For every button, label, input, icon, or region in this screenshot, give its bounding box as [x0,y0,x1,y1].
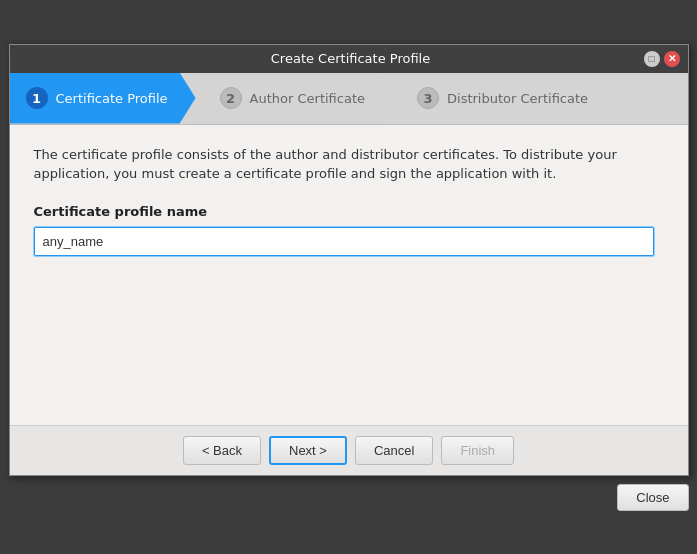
step-1-label: Certificate Profile [56,91,168,106]
close-window-button[interactable]: ✕ [664,51,680,67]
outer-close-button[interactable]: Close [617,484,688,511]
step-1: 1 Certificate Profile [10,73,196,124]
description-text: The certificate profile consists of the … [34,145,664,184]
step-2: 2 Author Certificate [196,73,393,124]
step-3: 3 Distributor Certificate [393,73,687,124]
title-bar: Create Certificate Profile □ ✕ [10,45,688,73]
step-3-number: 3 [417,87,439,109]
maximize-button[interactable]: □ [644,51,660,67]
content-area: The certificate profile consists of the … [10,125,688,425]
dialog: Create Certificate Profile □ ✕ 1 Certifi… [9,44,689,476]
dialog-title: Create Certificate Profile [58,51,644,66]
step-bar: 1 Certificate Profile 2 Author Certifica… [10,73,688,125]
step-3-label: Distributor Certificate [447,91,588,106]
step-2-label: Author Certificate [250,91,365,106]
cancel-button[interactable]: Cancel [355,436,433,465]
bottom-bar: < Back Next > Cancel Finish [10,425,688,475]
back-button[interactable]: < Back [183,436,261,465]
next-button[interactable]: Next > [269,436,347,465]
step-2-number: 2 [220,87,242,109]
profile-name-input[interactable] [34,227,654,256]
field-label: Certificate profile name [34,204,664,219]
step-1-number: 1 [26,87,48,109]
finish-button[interactable]: Finish [441,436,514,465]
